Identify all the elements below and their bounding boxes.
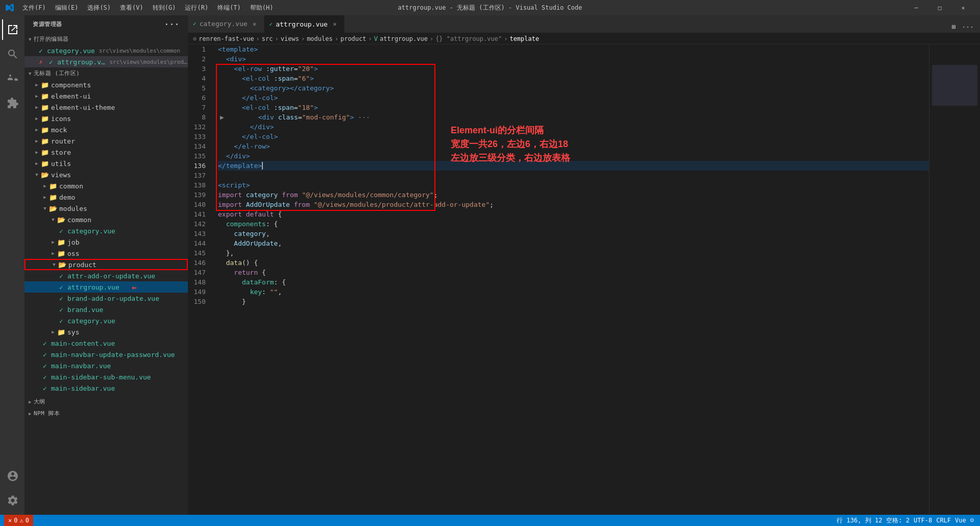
- tree-job[interactable]: 📁 job: [24, 236, 188, 248]
- folder-icon: 📁: [41, 148, 49, 156]
- tree-sys[interactable]: 📁 sys: [24, 326, 188, 338]
- tab-attrgroup[interactable]: ✓ attrgroup.vue ✕: [264, 15, 345, 33]
- tree-components[interactable]: 📁 components: [24, 79, 188, 90]
- code-line-142: components: {: [218, 219, 929, 229]
- settings-icon[interactable]: [2, 490, 22, 511]
- tree-main-navbar-upd[interactable]: ✓ main-navbar-update-password.vue: [24, 349, 188, 360]
- workspace-arrow: [29, 70, 32, 77]
- tree-store[interactable]: 📁 store: [24, 147, 188, 158]
- tree-brand[interactable]: ✓ brand.vue: [24, 304, 188, 315]
- code-area[interactable]: <template> <div> <el-row :gutter="20"> <…: [216, 44, 929, 515]
- open-editor-attrgroup[interactable]: ✗ ✓ attrgroup.vue src\views\modules\prod…: [24, 56, 188, 67]
- status-line-col[interactable]: 行 136, 列 12: [835, 515, 884, 526]
- tree-utils[interactable]: 📁 utils: [24, 158, 188, 169]
- outline-section[interactable]: 大纲: [24, 396, 188, 408]
- bc-product[interactable]: product: [340, 35, 366, 42]
- bc-attrgroup[interactable]: attrgroup.vue: [380, 35, 428, 42]
- tree-category-vue[interactable]: ✓ category.vue: [24, 225, 188, 236]
- status-line-ending[interactable]: CRLF: [934, 515, 953, 526]
- views-label: views: [51, 171, 71, 179]
- tree-router[interactable]: 📁 router: [24, 135, 188, 147]
- open-editor-category[interactable]: ✓ category.vue src\views\modules\common: [24, 45, 188, 56]
- account-icon[interactable]: [2, 466, 22, 486]
- npm-section[interactable]: NPM 脚本: [24, 408, 188, 419]
- tree-element-ui[interactable]: 📁 element-ui: [24, 90, 188, 102]
- split-editor-icon[interactable]: ⊞: [950, 21, 958, 33]
- bc-template[interactable]: template: [509, 35, 539, 42]
- arrow-indicator: ←: [132, 282, 137, 292]
- tree-views[interactable]: 📂 views: [24, 169, 188, 180]
- fold-indicator-8[interactable]: ▶: [218, 112, 226, 122]
- folder-icon: 📁: [41, 103, 49, 111]
- activity-bar: [0, 15, 24, 515]
- tree-attrgroup[interactable]: ✓ attrgroup.vue ←: [24, 281, 188, 293]
- main-content-label: main-content.vue: [51, 340, 115, 347]
- tree-element-ui-theme[interactable]: 📁 element-ui-theme: [24, 102, 188, 113]
- tree-common[interactable]: 📁 common: [24, 180, 188, 192]
- tree-attr-add-or-update[interactable]: ✓ attr-add-or-update.vue: [24, 270, 188, 281]
- ln-141: 141: [188, 209, 210, 219]
- ln-144: 144: [188, 238, 210, 248]
- source-control-icon[interactable]: [2, 68, 22, 89]
- status-encoding[interactable]: UTF-8: [912, 515, 934, 526]
- code-line-143: category,: [218, 229, 929, 238]
- status-feedback[interactable]: ☺: [968, 515, 976, 526]
- bc-root[interactable]: renren-fast-vue: [199, 35, 254, 42]
- modulescommon-arrow: [49, 216, 57, 224]
- bc-attrgroup-quote[interactable]: {} "attrgroup.vue": [435, 35, 502, 42]
- search-icon[interactable]: [2, 44, 22, 64]
- menu-terminal[interactable]: 终端(T): [213, 3, 245, 13]
- tree-main-content[interactable]: ✓ main-content.vue: [24, 338, 188, 349]
- menu-file[interactable]: 文件(F): [18, 3, 50, 13]
- elementuitheme-label: element-ui-theme: [51, 104, 115, 111]
- bc-modules[interactable]: modules: [307, 35, 333, 42]
- ln-2: 2: [188, 54, 210, 64]
- bc-vuefile[interactable]: V: [374, 35, 378, 42]
- ln-149: 149: [188, 287, 210, 297]
- tab-category[interactable]: ✓ category.vue ✕: [188, 15, 264, 33]
- menu-goto[interactable]: 转到(G): [149, 3, 180, 13]
- bc-src[interactable]: src: [262, 35, 273, 42]
- tree-brand-add-or-update[interactable]: ✓ brand-add-or-update.vue: [24, 293, 188, 304]
- sidebar-more-icon[interactable]: ···: [164, 19, 180, 29]
- line-numbers: 1 2 3 4 5 6 7 8 132 133 134 135 136 137 …: [188, 44, 216, 515]
- close-button[interactable]: ✕: [951, 0, 975, 15]
- tree-mock[interactable]: 📁 mock: [24, 124, 188, 135]
- status-right: 行 136, 列 12 空格: 2 UTF-8 CRLF Vue ☺: [835, 515, 976, 526]
- open-editors-section[interactable]: 打开的编辑器: [24, 33, 188, 45]
- minimize-button[interactable]: ─: [904, 0, 928, 15]
- more-tabs-icon[interactable]: ···: [960, 21, 976, 33]
- status-errors[interactable]: ✕ 0 ⚠ 0: [4, 515, 33, 526]
- ln-8: 8: [188, 112, 210, 122]
- folder-icon: 📁: [41, 92, 49, 100]
- tree-product-category[interactable]: ✓ category.vue: [24, 315, 188, 326]
- product-category-label: category.vue: [67, 317, 115, 325]
- tree-demo[interactable]: 📁 demo: [24, 192, 188, 203]
- status-spaces[interactable]: 空格: 2: [884, 515, 912, 526]
- maximize-button[interactable]: □: [928, 0, 951, 15]
- menu-run[interactable]: 运行(R): [181, 3, 212, 13]
- status-language[interactable]: Vue: [953, 515, 968, 526]
- tree-icons[interactable]: 📁 icons: [24, 113, 188, 124]
- menu-select[interactable]: 选择(S): [83, 3, 115, 13]
- code-line-144: AddOrUpdate,: [218, 238, 929, 248]
- tree-product[interactable]: 📂 product: [24, 259, 188, 270]
- workspace-section[interactable]: 无标题 (工作区): [24, 67, 188, 79]
- code-line-1: <template>: [218, 44, 929, 54]
- tree-modules-common[interactable]: 📂 common: [24, 214, 188, 225]
- tab-actions: ⊞ ···: [950, 21, 980, 33]
- explorer-icon[interactable]: [2, 19, 22, 40]
- tab-attrgroup-close[interactable]: ✕: [331, 20, 339, 28]
- tree-main-sidebar-sub[interactable]: ✓ main-sidebar-sub-menu.vue: [24, 371, 188, 382]
- folder-icon: 📁: [41, 114, 49, 123]
- tree-oss[interactable]: 📁 oss: [24, 248, 188, 259]
- menu-help[interactable]: 帮助(H): [246, 3, 278, 13]
- bc-views[interactable]: views: [281, 35, 299, 42]
- extensions-icon[interactable]: [2, 93, 22, 113]
- tree-main-sidebar[interactable]: ✓ main-sidebar.vue: [24, 382, 188, 394]
- menu-view[interactable]: 查看(V): [116, 3, 148, 13]
- tab-category-close[interactable]: ✕: [251, 20, 259, 28]
- menu-edit[interactable]: 编辑(E): [51, 3, 83, 13]
- tree-main-navbar[interactable]: ✓ main-navbar.vue: [24, 360, 188, 371]
- tree-modules[interactable]: 📂 modules: [24, 203, 188, 214]
